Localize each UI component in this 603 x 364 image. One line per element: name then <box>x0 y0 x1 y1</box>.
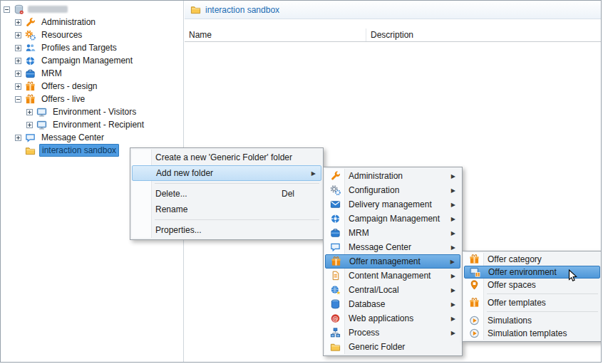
submenu-arrow-icon: ▶ <box>451 230 455 236</box>
menu-item-label: Create a new 'Generic Folder' folder <box>155 152 292 162</box>
menu-item-label: Offer management <box>349 256 421 266</box>
gift-icon <box>469 254 480 265</box>
menu-separator <box>487 293 598 294</box>
briefcase-icon <box>25 68 36 79</box>
campaign-icon <box>330 214 341 224</box>
menu-item-label: Content Management <box>349 271 431 281</box>
folder-icon <box>25 145 36 156</box>
menu-item-rename[interactable]: Rename <box>132 202 321 217</box>
menu-separator <box>155 183 319 184</box>
tree-item-message-center[interactable]: Message Center <box>1 131 183 144</box>
tree-item-mrm[interactable]: MRM <box>1 67 183 80</box>
tree-item-label: Offers - design <box>39 80 99 92</box>
submenu-item-offer-environment[interactable]: Offer environment <box>464 266 600 279</box>
menu-item-create-generic-folder[interactable]: Create a new 'Generic Folder' folder <box>132 150 321 165</box>
expand-icon[interactable] <box>15 83 21 90</box>
submenu-item-message-center[interactable]: Message Center ▶ <box>325 240 460 254</box>
submenu-item-delivery-management[interactable]: Delivery management ▶ <box>325 197 460 212</box>
folder-icon <box>330 342 341 353</box>
tree-item-label: Profiles and Targets <box>39 42 119 53</box>
expand-icon[interactable] <box>15 58 21 64</box>
submenu-item-administration[interactable]: Administration ▶ <box>325 169 460 183</box>
menu-item-label: Offer spaces <box>488 280 536 290</box>
speech-bubble-icon <box>330 242 341 253</box>
tree-item-administration[interactable]: Administration <box>1 16 183 28</box>
submenu-arrow-icon: ▶ <box>451 187 455 194</box>
menu-item-label: Delivery management <box>349 199 432 209</box>
column-header-description[interactable]: Description <box>366 30 413 40</box>
page-title: interaction sandbox <box>205 5 279 15</box>
submenu-item-configuration[interactable]: Configuration ▶ <box>325 183 460 197</box>
expand-icon[interactable] <box>15 71 21 77</box>
menu-item-label: Administration <box>349 171 403 181</box>
collapse-icon[interactable] <box>4 6 10 13</box>
menu-item-add-new-folder[interactable]: Add new folder ▶ <box>132 165 321 181</box>
expand-icon[interactable] <box>26 109 33 115</box>
submenu-item-generic-folder[interactable]: Generic Folder <box>325 340 460 354</box>
menu-separator <box>155 219 319 220</box>
submenu-arrow-icon: ▶ <box>451 316 455 322</box>
mouse-cursor-icon <box>568 269 579 283</box>
submenu-item-simulation-templates[interactable]: Simulation templates <box>464 327 600 340</box>
submenu-item-content-management[interactable]: Content Management ▶ <box>325 269 460 283</box>
expand-icon[interactable] <box>15 135 21 141</box>
menu-item-label: Offer environment <box>488 267 557 277</box>
tree-item-offers-design[interactable]: Offers - design <box>1 80 183 93</box>
menu-item-label: Offer templates <box>488 298 546 308</box>
expand-icon[interactable] <box>26 122 33 128</box>
menu-item-delete[interactable]: Delete... Del <box>132 186 321 202</box>
offer-management-submenu: Offer category Offer environment Offer s… <box>462 251 602 342</box>
tree-item-offers-live[interactable]: Offers - live <box>1 93 183 105</box>
submenu-item-offer-templates[interactable]: Offer templates <box>464 296 600 309</box>
gift-icon <box>25 94 36 105</box>
tree-item-campaign-management[interactable]: Campaign Management <box>1 54 183 67</box>
menu-item-label: Process <box>349 328 379 338</box>
submenu-item-simulations[interactable]: Simulations <box>464 314 600 327</box>
column-header-name[interactable]: Name <box>185 28 366 41</box>
submenu-item-central-local[interactable]: Central/Local ▶ <box>325 283 460 297</box>
wrench-icon <box>330 171 341 182</box>
database-icon <box>330 299 341 310</box>
submenu-item-web-applications[interactable]: Web applications ▶ <box>325 311 460 326</box>
submenu-arrow-icon: ▶ <box>311 170 316 177</box>
globe-icon <box>330 285 341 296</box>
submenu-item-offer-management[interactable]: Offer management ▶ <box>325 254 460 269</box>
play-icon <box>469 328 480 339</box>
root-label-redacted <box>28 6 68 13</box>
tree-item-profiles-targets[interactable]: Profiles and Targets <box>1 41 183 54</box>
tree-item-environment-recipient[interactable]: Environment - Recipient <box>1 118 183 131</box>
play-icon <box>469 316 480 326</box>
menu-item-label: Add new folder <box>156 168 213 178</box>
expand-icon[interactable] <box>15 32 21 38</box>
menu-item-label: Properties... <box>155 225 202 235</box>
submenu-arrow-icon: ▶ <box>451 173 455 180</box>
expand-icon[interactable] <box>15 45 21 51</box>
menu-item-label: MRM <box>349 228 369 238</box>
submenu-item-offer-category[interactable]: Offer category <box>464 253 600 266</box>
submenu-arrow-icon: ▶ <box>451 202 455 208</box>
add-folder-submenu: Administration ▶ Configuration ▶ Deliver… <box>323 167 463 356</box>
folder-icon <box>190 4 201 15</box>
gears-icon <box>330 185 341 196</box>
menu-item-label: Delete... <box>155 189 187 199</box>
submenu-item-database[interactable]: Database ▶ <box>325 297 460 311</box>
submenu-item-mrm[interactable]: MRM ▶ <box>325 226 460 240</box>
wrench-icon <box>25 17 36 28</box>
submenu-item-offer-spaces[interactable]: Offer spaces <box>464 279 600 291</box>
tree-item-label-selected: interaction sandbox <box>39 144 119 157</box>
tree-item-label: Environment - Recipient <box>51 119 146 130</box>
tree-item-environment-visitors[interactable]: Environment - Visitors <box>1 105 183 118</box>
expand-icon[interactable] <box>15 19 21 26</box>
menu-item-label: Message Center <box>349 242 411 252</box>
submenu-item-campaign-management[interactable]: Campaign Management ▶ <box>325 212 460 226</box>
submenu-arrow-icon: ▶ <box>451 244 455 251</box>
gift-icon <box>331 256 341 267</box>
tree-item-label: Administration <box>39 16 98 28</box>
tree-item-resources[interactable]: Resources <box>1 28 183 41</box>
tree-item-root[interactable] <box>1 3 183 16</box>
collapse-icon[interactable] <box>15 96 21 103</box>
tree-item-label: Message Center <box>39 132 106 143</box>
menu-item-label: Configuration <box>349 185 399 195</box>
menu-item-properties[interactable]: Properties... <box>132 222 321 238</box>
submenu-item-process[interactable]: Process ▶ <box>325 326 460 340</box>
